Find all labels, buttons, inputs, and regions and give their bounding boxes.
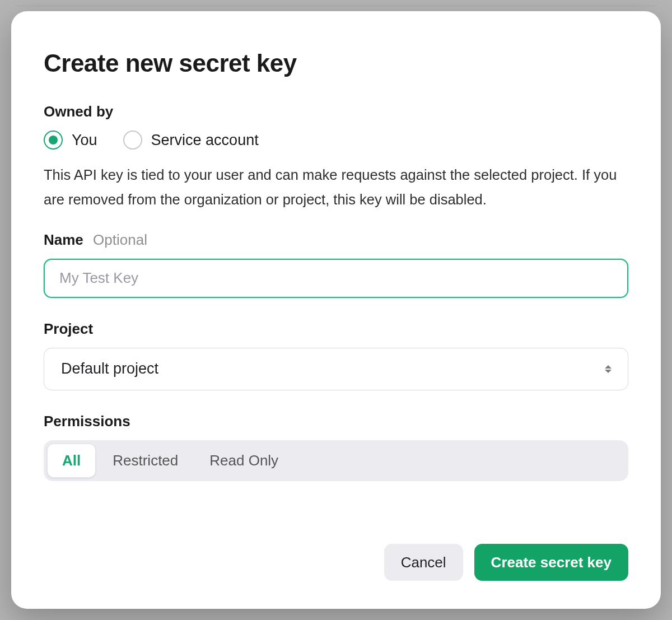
- permissions-segmented: AllRestrictedRead Only: [44, 440, 628, 481]
- owned-by-service-radio[interactable]: Service account: [123, 130, 259, 150]
- create-secret-key-button[interactable]: Create secret key: [474, 544, 628, 581]
- radio-unselected-icon: [123, 130, 142, 150]
- owned-by-label: Owned by: [44, 103, 628, 120]
- radio-selected-icon: [44, 130, 63, 150]
- create-secret-key-modal: Create new secret key Owned by You Servi…: [11, 11, 661, 609]
- owned-by-you-label: You: [72, 132, 97, 149]
- modal-title: Create new secret key: [44, 49, 628, 77]
- owned-by-description: This API key is tied to your user and ca…: [44, 163, 628, 212]
- name-input[interactable]: [44, 259, 628, 298]
- owned-by-you-radio[interactable]: You: [44, 130, 97, 150]
- select-caret-icon: [603, 362, 614, 376]
- cancel-button[interactable]: Cancel: [384, 544, 463, 581]
- owned-by-service-label: Service account: [151, 132, 259, 149]
- permissions-label: Permissions: [44, 413, 628, 430]
- project-selected-value: Default project: [61, 360, 158, 377]
- modal-footer: Cancel Create secret key: [44, 521, 628, 581]
- project-label: Project: [44, 320, 628, 338]
- name-optional-hint: Optional: [93, 231, 147, 248]
- permissions-option-all[interactable]: All: [47, 444, 96, 478]
- permissions-option-read-only[interactable]: Read Only: [195, 444, 293, 478]
- name-label: Name Optional: [44, 231, 628, 249]
- permissions-option-restricted[interactable]: Restricted: [98, 444, 193, 478]
- project-select[interactable]: Default project: [44, 348, 628, 390]
- owned-by-radio-group: You Service account: [44, 130, 628, 150]
